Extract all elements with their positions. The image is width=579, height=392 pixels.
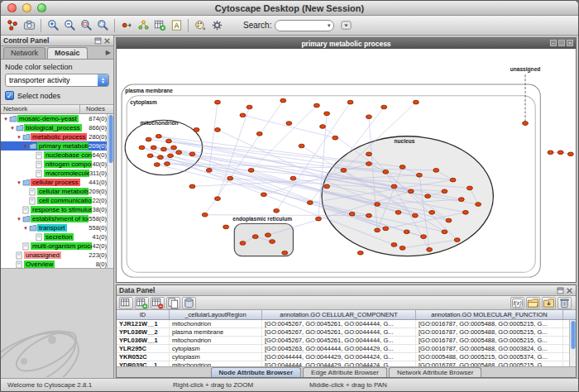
tab-network-attribute-browser[interactable]: Network Attribute Browser <box>389 367 481 377</box>
network-node[interactable] <box>421 235 427 239</box>
search-field[interactable]: ▾ <box>275 20 334 31</box>
select-nodes-checkbox[interactable]: ✓ <box>5 91 14 100</box>
network-node[interactable] <box>189 184 195 189</box>
tree-row[interactable]: Overview8(0) <box>1 260 113 269</box>
network-node[interactable] <box>215 128 221 132</box>
network-node[interactable] <box>176 151 182 155</box>
network-node[interactable] <box>375 228 380 232</box>
network-node[interactable] <box>194 128 199 132</box>
window-titlebar[interactable]: Cytoscape Desktop (New Session) <box>1 1 578 16</box>
network-node[interactable] <box>391 243 397 247</box>
new-network-icon[interactable] <box>151 17 168 34</box>
network-node[interactable] <box>266 233 271 237</box>
graph-icon[interactable] <box>4 17 21 34</box>
vizmapper-icon[interactable] <box>192 17 208 34</box>
network-node[interactable] <box>412 213 418 218</box>
search-dropdown-icon[interactable]: ▾ <box>328 22 331 29</box>
close-panel-icon[interactable] <box>566 287 573 294</box>
node-color-dropdown[interactable]: transporter activity ▲▼ <box>5 74 109 87</box>
network-node[interactable] <box>442 189 447 194</box>
network-node[interactable] <box>476 203 481 207</box>
copy-icon[interactable] <box>166 297 180 309</box>
network-node[interactable] <box>442 230 447 234</box>
network-node[interactable] <box>240 113 246 117</box>
network-node[interactable] <box>146 137 151 141</box>
network-node[interactable] <box>261 193 266 197</box>
network-node[interactable] <box>282 251 288 255</box>
network-node[interactable] <box>252 235 258 239</box>
network-node[interactable] <box>446 218 452 222</box>
network-node[interactable] <box>240 241 246 246</box>
network-node[interactable] <box>168 154 174 158</box>
network-node[interactable] <box>215 100 221 104</box>
network-node[interactable] <box>299 144 304 148</box>
tree-row[interactable]: cellular metabolism209(0) <box>1 187 113 196</box>
expand-triangle-icon[interactable]: ▼ <box>22 226 29 231</box>
network-node[interactable] <box>349 212 355 216</box>
tree-row[interactable]: ▼metabolic process280(0) <box>1 132 113 141</box>
network-node[interactable] <box>316 217 322 221</box>
network-node[interactable] <box>383 227 389 231</box>
network-node[interactable] <box>341 169 347 173</box>
network-node[interactable] <box>223 225 229 229</box>
network-window-titlebar[interactable]: primary metabolic process – □ × <box>117 38 576 49</box>
network-node[interactable] <box>458 198 464 202</box>
network-node[interactable] <box>523 122 529 126</box>
network-node[interactable] <box>333 136 338 140</box>
tree-scrollbar[interactable] <box>107 114 113 268</box>
network-node[interactable] <box>400 165 405 170</box>
zoom-out-icon[interactable] <box>61 17 78 34</box>
network-node[interactable] <box>347 100 353 104</box>
network-node[interactable] <box>408 189 414 194</box>
network-node[interactable] <box>215 197 221 201</box>
network-node[interactable] <box>206 169 212 173</box>
network-node[interactable] <box>270 240 275 244</box>
expand-triangle-icon[interactable]: ▼ <box>9 126 16 131</box>
add-column-icon[interactable] <box>135 297 149 309</box>
tree-row[interactable]: cell communication22(0) <box>1 196 113 205</box>
tree-row[interactable]: ▼biological_process866(0) <box>1 123 113 132</box>
tree-row[interactable]: response to stimulus38(0) <box>1 205 113 214</box>
network-node[interactable] <box>395 210 401 214</box>
table-column-header[interactable]: annotation.GO CELLULAR_COMPONENT <box>262 310 416 319</box>
network-node[interactable] <box>307 201 313 205</box>
camera-icon[interactable] <box>21 17 37 34</box>
network-node[interactable] <box>324 112 330 116</box>
network-node[interactable] <box>391 184 397 189</box>
zoom-selected-icon[interactable] <box>78 17 94 34</box>
table-scrollbar[interactable] <box>569 320 576 366</box>
table-scrollbar-thumb[interactable] <box>571 321 576 349</box>
network-node[interactable] <box>324 184 330 189</box>
tree-row[interactable]: nucleobase containing64(0) <box>1 151 113 160</box>
network-node[interactable] <box>366 115 371 119</box>
table-column-header[interactable]: annotation.GO MOLECULAR_FUNCTION <box>416 310 563 319</box>
trash-icon[interactable] <box>557 297 572 309</box>
network-node[interactable] <box>400 246 405 251</box>
tree-row[interactable]: ▼transport558(0) <box>1 223 113 232</box>
network-node[interactable] <box>280 98 286 103</box>
network-canvas[interactable]: plasma membranecytoplasmmitochondrionnuc… <box>117 49 576 282</box>
network-node[interactable] <box>413 100 419 104</box>
network-node[interactable] <box>256 131 262 136</box>
tree-row[interactable]: ▼establishment of localization558(0) <box>1 214 113 223</box>
network-node[interactable] <box>202 213 208 217</box>
tree-row[interactable]: macromolecule311(0) <box>1 169 113 178</box>
table-icon[interactable] <box>119 297 133 309</box>
first-neighbors-icon[interactable] <box>135 17 151 34</box>
float-panel-icon[interactable] <box>94 37 102 45</box>
import-folder-icon[interactable] <box>542 297 556 309</box>
tab-edge-attribute-browser[interactable]: Edge Attribute Browser <box>303 367 387 377</box>
network-node[interactable] <box>467 186 472 190</box>
zoom-in-icon[interactable] <box>45 17 61 34</box>
expand-triangle-icon[interactable]: ▼ <box>16 135 22 140</box>
table-row[interactable]: YJR121W__1mitochondrion[GO:0045267, GO:0… <box>117 320 576 328</box>
open-folder-icon[interactable] <box>526 297 540 309</box>
network-node[interactable] <box>450 178 456 182</box>
network-node[interactable] <box>157 155 163 160</box>
tree-row[interactable]: unassigned223(0) <box>1 251 113 260</box>
hide-selected-icon[interactable] <box>118 17 135 34</box>
tree-row[interactable]: ▼primary metabolic process209(0) <box>1 141 113 151</box>
tree-row[interactable]: multi-organism process42(0) <box>1 241 113 251</box>
table-row[interactable]: YKR052Ccytoplasm[GO:0044444, GO:0044429,… <box>117 353 576 361</box>
tab-mosaic[interactable]: Mosaic <box>47 47 88 59</box>
